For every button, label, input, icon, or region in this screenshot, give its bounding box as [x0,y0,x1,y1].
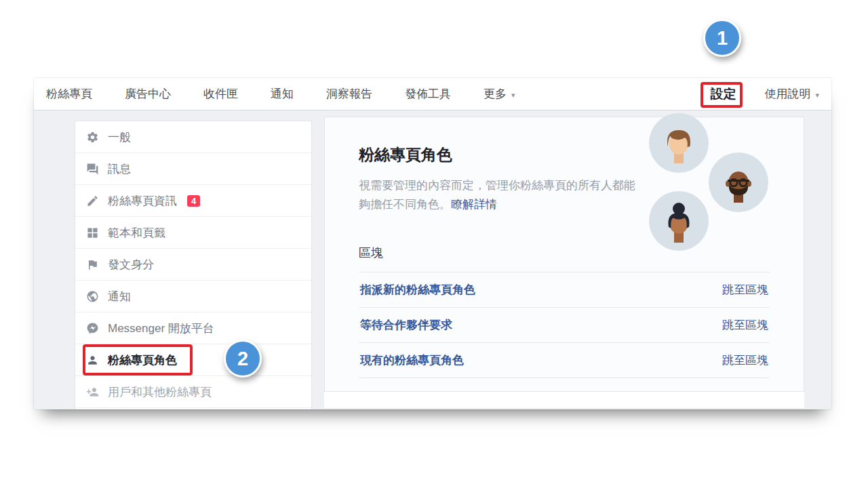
flag-icon [86,258,99,271]
settings-sidebar: 一般 訊息 粉絲專頁資訊 4 範本和頁籤 發文身分 通知 Messenger 開… [75,121,312,409]
nav-tab-publishing-tools[interactable]: 發佈工具 [405,86,451,102]
sidebar-item-label: 範本和頁籤 [108,225,165,241]
jump-to-section-link[interactable]: 跳至區塊 [722,317,768,333]
jump-to-section-link[interactable]: 跳至區塊 [722,282,768,298]
avatar-woman-bob-illustration [649,113,709,173]
globe-icon [86,290,99,303]
sidebar-item-label: 用戶和其他粉絲專頁 [108,384,212,400]
person-add-icon [86,386,99,399]
sidebar-item-label: 粉絲專頁角色 [108,352,177,368]
learn-more-link[interactable]: 瞭解詳情 [451,198,497,211]
nav-tab-notifications[interactable]: 通知 [271,86,294,102]
section-link[interactable]: 指派新的粉絲專頁角色 [360,282,475,298]
sidebar-item-label: 粉絲專頁資訊 [108,193,177,209]
description-text: 視需要管理的內容而定，管理你粉絲專頁的所有人都能夠擔任不同角色。 [359,179,635,211]
jump-to-section-link[interactable]: 跳至區塊 [722,352,768,368]
sidebar-item-page-roles[interactable]: 粉絲專頁角色 [75,344,311,376]
sidebar-item-label: 通知 [108,289,131,304]
chevron-down-icon: ▾ [815,91,819,99]
nav-help-label: 使用說明 [764,87,810,100]
section-link[interactable]: 等待合作夥伴要求 [360,317,452,333]
avatar-man-glasses-illustration [709,152,768,212]
chat-bubbles-icon [86,163,99,176]
sections-list: 指派新的粉絲專頁角色 跳至區塊 等待合作夥伴要求 跳至區塊 現有的粉絲專頁角色 … [359,272,770,378]
page-description: 視需要管理的內容而定，管理你粉絲專頁的所有人都能夠擔任不同角色。瞭解詳情 [359,176,638,214]
grid-icon [86,226,99,239]
avatar-woman-bun-illustration [649,191,709,251]
nav-right-group: 設定 使用說明▾ [710,85,819,103]
sidebar-item-people-other-pages[interactable]: 用戶和其他粉絲專頁 [75,376,311,408]
section-link[interactable]: 現有的粉絲專頁角色 [360,352,464,368]
facebook-settings-window: 粉絲專頁 廣告中心 收件匣 通知 洞察報告 發佈工具 更多▾ 設定 使用說明▾ … [34,78,831,409]
gear-icon [86,131,99,144]
page-roles-panel: 粉絲專頁角色 視需要管理的內容而定，管理你粉絲專頁的所有人都能夠擔任不同角色。瞭… [324,117,804,392]
top-nav: 粉絲專頁 廣告中心 收件匣 通知 洞察報告 發佈工具 更多▾ 設定 使用說明▾ [34,78,831,110]
messenger-icon [86,322,99,335]
nav-tab-page[interactable]: 粉絲專頁 [46,86,92,102]
sidebar-item-general[interactable]: 一般 [75,121,311,153]
section-row-existing-page-roles: 現有的粉絲專頁角色 跳至區塊 [359,342,770,378]
sidebar-item-label: 一般 [108,129,131,145]
sidebar-item-templates-tabs[interactable]: 範本和頁籤 [75,217,311,249]
nav-tab-inbox[interactable]: 收件匣 [203,86,238,102]
notification-count-badge: 4 [187,195,200,207]
sidebar-item-page-info[interactable]: 粉絲專頁資訊 4 [75,185,311,217]
section-row-assign-new-role: 指派新的粉絲專頁角色 跳至區塊 [359,272,770,307]
sidebar-item-notifications[interactable]: 通知 [75,281,311,312]
pencil-icon [86,195,99,207]
sidebar-item-label: Messenger 開放平台 [108,321,214,336]
next-card-strip [324,392,804,408]
section-row-pending-partner-requests: 等待合作夥伴要求 跳至區塊 [359,307,770,342]
nav-more-label: 更多 [484,87,507,100]
sidebar-item-messenger-platform[interactable]: Messenger 開放平台 [75,312,311,344]
nav-tab-more[interactable]: 更多▾ [484,86,515,102]
nav-tab-settings[interactable]: 設定 [710,85,736,103]
nav-tab-help[interactable]: 使用說明▾ [764,86,819,102]
sidebar-item-messaging[interactable]: 訊息 [75,153,311,185]
step-1-badge: 1 [703,19,741,57]
chevron-down-icon: ▾ [511,91,515,99]
nav-tab-ad-center[interactable]: 廣告中心 [125,86,171,102]
sidebar-item-label: 訊息 [108,161,131,177]
sidebar-item-post-attribution[interactable]: 發文身分 [75,249,311,281]
nav-tab-insights[interactable]: 洞察報告 [326,86,372,102]
person-icon [86,354,99,367]
sidebar-item-label: 發文身分 [108,257,154,272]
